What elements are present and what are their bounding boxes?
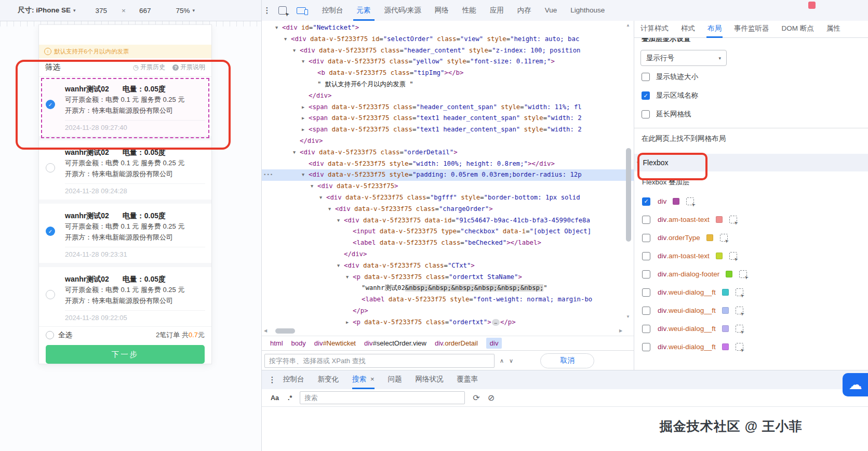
- drawer-tab-新变化[interactable]: 新变化: [318, 370, 339, 389]
- flexbox-overlay-checkbox[interactable]: [642, 307, 650, 315]
- dom-tree-node[interactable]: </div>: [262, 249, 634, 260]
- inspect-element-icon[interactable]: ➤: [736, 325, 743, 333]
- twisty-icon[interactable]: ▼: [346, 272, 353, 283]
- dom-search-input[interactable]: [264, 354, 495, 368]
- order-checkbox[interactable]: [46, 290, 55, 299]
- flexbox-overlay-checkbox[interactable]: [642, 325, 650, 333]
- devtools-tab-元素[interactable]: 元素: [353, 0, 375, 21]
- drawer-tab-搜索[interactable]: 搜索×: [352, 370, 375, 389]
- flexbox-overlay-row[interactable]: div.weui-dialog__ft➤: [642, 301, 865, 320]
- devtools-tab-Vue[interactable]: Vue: [541, 0, 561, 21]
- filter-title[interactable]: 筛选: [45, 62, 60, 72]
- flexbox-overlay-row[interactable]: ✓div➤: [642, 192, 865, 210]
- close-icon[interactable]: ×: [370, 370, 375, 388]
- overlay-option-row[interactable]: 延长网格线: [642, 108, 698, 121]
- inspect-element-icon[interactable]: ➤: [729, 216, 737, 223]
- twisty-icon[interactable]: ▼: [302, 56, 309, 68]
- find-next-icon[interactable]: ∨: [509, 357, 513, 364]
- breadcrumb-item[interactable]: div#Newticket: [314, 339, 356, 347]
- inspect-element-icon[interactable]: ➤: [736, 343, 743, 351]
- flexbox-overlay-checkbox[interactable]: [642, 234, 650, 242]
- dom-tree-node[interactable]: </p>: [262, 306, 634, 317]
- dom-tree-node[interactable]: ▼<div data-v-5f233f75 class="CTxt">: [262, 260, 634, 272]
- breadcrumb-item[interactable]: body: [291, 339, 306, 347]
- twisty-icon[interactable]: ▼: [337, 260, 344, 272]
- twisty-icon[interactable]: ▶: [302, 113, 309, 124]
- overlay-option-row[interactable]: 显示轨迹大小: [642, 71, 698, 83]
- dom-tree-node[interactable]: ▶<span data-v-5f233f75 class="text1 head…: [262, 113, 634, 124]
- inspect-element-icon[interactable]: ➤: [739, 270, 747, 278]
- dom-tree-node[interactable]: <label data-v-5f233f75 class="beChecked"…: [262, 237, 634, 249]
- scroll-right-icon[interactable]: ▶: [617, 328, 624, 333]
- device-width-field[interactable]: 375: [96, 7, 108, 15]
- flexbox-overlay-checkbox[interactable]: ✓: [642, 197, 650, 206]
- flexbox-overlay-row[interactable]: div.weui-dialog__ft➤: [642, 283, 865, 301]
- inspect-element-icon[interactable]: ➤: [736, 288, 743, 296]
- devtools-tab-应用[interactable]: 应用: [486, 0, 508, 21]
- sidebar-tab-样式[interactable]: 样式: [680, 21, 696, 38]
- flexbox-overlay-checkbox[interactable]: [642, 270, 650, 278]
- drawer-tab-控制台[interactable]: 控制台: [283, 370, 304, 389]
- dom-tree-node[interactable]: ▼<div data-v-5f233f75 data-id="91c54647-…: [262, 215, 634, 227]
- flexbox-overlay-checkbox[interactable]: [642, 216, 650, 224]
- twisty-icon[interactable]: ▼: [284, 34, 291, 45]
- select-all-radio[interactable]: [46, 331, 54, 339]
- dom-tree-node[interactable]: ▼<div data-v-5f233f75 id="selectOrder" c…: [262, 34, 634, 45]
- dom-tree-node[interactable]: ▶<span data-v-5f233f75 class="header_con…: [262, 102, 634, 113]
- inspect-element-icon[interactable]: ➤: [686, 197, 694, 205]
- flexbox-overlay-row[interactable]: div.am-dialog-footer➤: [642, 265, 865, 283]
- match-case-toggle[interactable]: Aa: [271, 394, 279, 402]
- flexbox-section-header[interactable]: ▾ Flexbox: [634, 154, 868, 171]
- order-checkbox[interactable]: [46, 163, 55, 173]
- dom-tree[interactable]: ▼<div id="Newticket">▼<div data-v-5f233f…: [262, 21, 634, 327]
- breadcrumb-item[interactable]: div#selectOrder.view: [364, 339, 426, 347]
- show-line-numbers-select[interactable]: 显示行号 ▾: [640, 50, 727, 66]
- device-size-select[interactable]: 尺寸: iPhone SE: [18, 6, 71, 15]
- vertical-scrollbar[interactable]: ▲ ▼: [624, 21, 633, 325]
- flexbox-overlay-row[interactable]: div.weui-dialog__ft➤: [642, 320, 865, 338]
- devtools-tab-性能[interactable]: 性能: [459, 0, 480, 21]
- more-options-icon[interactable]: ⋮: [263, 6, 271, 15]
- more-tools-icon[interactable]: ⋮: [268, 375, 276, 384]
- dom-tree-node[interactable]: <input data-v-5f233f75 type="checkbox" d…: [262, 226, 634, 237]
- order-checkbox[interactable]: ✓: [46, 227, 55, 236]
- drawer-tab-网络状况[interactable]: 网络状况: [416, 370, 444, 389]
- twisty-icon[interactable]: ▶: [302, 102, 309, 113]
- scroll-down-icon[interactable]: ▼: [626, 314, 630, 319]
- order-card[interactable]: wanhr测试02电量：0.05度可开票金额：电费 0.1 元 服务费 0.25…: [39, 267, 211, 326]
- device-toolbar-toggle-icon[interactable]: [297, 7, 306, 14]
- find-previous-icon[interactable]: ∧: [500, 357, 504, 364]
- next-step-button[interactable]: 下一步: [46, 345, 205, 364]
- dom-tree-node[interactable]: ▶<span data-v-5f233f75 class="text1 head…: [262, 124, 634, 136]
- order-card[interactable]: ✓wanhr测试02电量：0.05度可开票金额：电费 0.1 元 服务费 0.2…: [39, 77, 211, 136]
- device-zoom-select[interactable]: 75%: [176, 7, 190, 15]
- dom-tree-node[interactable]: ▼<div id="Newticket">: [262, 22, 634, 34]
- dom-tree-node[interactable]: ▼<div data-v-5f233f75>: [262, 181, 634, 192]
- inspect-element-icon[interactable]: ➤: [736, 307, 743, 314]
- dom-tree-node[interactable]: ▶<p data-v-5f233f75 class="ordertxt">…</…: [262, 317, 634, 327]
- sidebar-tab-DOM 断点[interactable]: DOM 断点: [781, 21, 815, 38]
- flexbox-overlay-row[interactable]: div.am-toast-text➤: [642, 210, 865, 229]
- drawer-tab-问题[interactable]: 问题: [388, 370, 402, 389]
- flexbox-overlay-row[interactable]: div.orderType➤: [642, 229, 865, 247]
- dom-tree-node[interactable]: <label data-v-5f233f75 style="font-weigh…: [262, 294, 634, 306]
- breadcrumb-item[interactable]: div: [486, 338, 502, 349]
- checkbox[interactable]: ✓: [642, 91, 650, 100]
- dom-tree-node[interactable]: ▼<div data-v-5f233f75 class="bgfff" styl…: [262, 192, 634, 204]
- twisty-icon[interactable]: ▼: [275, 22, 282, 34]
- twisty-icon[interactable]: ▶: [346, 317, 353, 327]
- flexbox-overlay-checkbox[interactable]: [642, 343, 650, 351]
- inspect-element-icon[interactable]: ➤: [278, 6, 287, 15]
- twisty-icon[interactable]: ▼: [311, 181, 317, 192]
- overlay-option-row[interactable]: ✓显示区域名称: [642, 89, 698, 102]
- dom-tree-node[interactable]: </div>: [262, 90, 634, 102]
- vertical-scroll-thumb[interactable]: [626, 148, 631, 242]
- refresh-icon[interactable]: ⟳: [473, 393, 479, 403]
- drawer-tab-覆盖率[interactable]: 覆盖率: [457, 370, 478, 389]
- device-height-field[interactable]: 667: [139, 7, 151, 15]
- horizontal-scrollbar[interactable]: ◀ ▶: [262, 326, 624, 335]
- inspect-element-icon[interactable]: ➤: [729, 252, 737, 260]
- invoice-help-link[interactable]: ? 开票说明: [172, 63, 205, 72]
- order-card[interactable]: wanhr测试02电量：0.05度可开票金额：电费 0.1 元 服务费 0.25…: [39, 140, 211, 200]
- flexbox-overlay-checkbox[interactable]: [642, 288, 650, 297]
